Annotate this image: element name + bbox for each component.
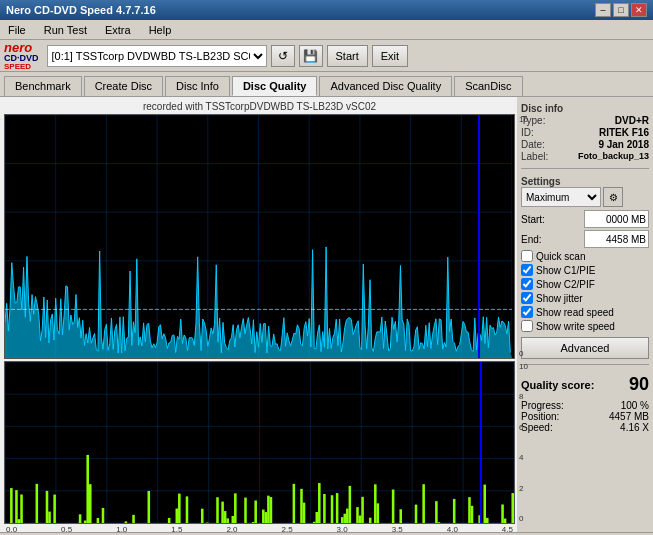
disc-info-label: Disc info bbox=[521, 103, 649, 114]
menu-file[interactable]: File bbox=[4, 23, 30, 37]
x-axis-labels: 0.00.51.01.52.02.53.03.54.04.5 bbox=[4, 525, 515, 534]
menu-help[interactable]: Help bbox=[145, 23, 176, 37]
progress-section: Progress: 100 % Position: 4457 MB Speed:… bbox=[521, 400, 649, 433]
date-value: 9 Jan 2018 bbox=[598, 139, 649, 150]
tab-disc-info[interactable]: Disc Info bbox=[165, 76, 230, 96]
tab-advanced-disc-quality[interactable]: Advanced Disc Quality bbox=[319, 76, 452, 96]
tab-scandisc[interactable]: ScanDisc bbox=[454, 76, 522, 96]
exit-button[interactable]: Exit bbox=[372, 45, 408, 67]
menu-extra[interactable]: Extra bbox=[101, 23, 135, 37]
quality-score-label: Quality score: bbox=[521, 379, 594, 391]
save-button[interactable]: 💾 bbox=[299, 45, 323, 67]
main-content: recorded with TSSTcorpDVDWBD TS-LB23D vS… bbox=[0, 97, 653, 532]
advanced-button[interactable]: Advanced bbox=[521, 337, 649, 359]
quick-scan-label: Quick scan bbox=[536, 251, 585, 262]
tab-disc-quality[interactable]: Disc Quality bbox=[232, 76, 318, 96]
bottom-chart: 1086420 1086420 bbox=[4, 361, 515, 524]
position-row: Position: 4457 MB bbox=[521, 411, 649, 422]
show-c1-label: Show C1/PIE bbox=[536, 265, 595, 276]
show-read-speed-row: Show read speed bbox=[521, 306, 649, 318]
type-value: DVD+R bbox=[615, 115, 649, 126]
minimize-button[interactable]: – bbox=[595, 3, 611, 17]
toolbar: nero CD·DVD SPEED [0:1] TSSTcorp DVDWBD … bbox=[0, 40, 653, 72]
chart-title: recorded with TSSTcorpDVDWBD TS-LB23D vS… bbox=[4, 101, 515, 112]
refresh-button[interactable]: ↺ bbox=[271, 45, 295, 67]
menu-runtest[interactable]: Run Test bbox=[40, 23, 91, 37]
settings-label: Settings bbox=[521, 176, 649, 187]
disc-info-section: Disc info Type: DVD+R ID: RITEK F16 Date… bbox=[521, 101, 649, 163]
show-write-speed-label: Show write speed bbox=[536, 321, 615, 332]
position-value: 4457 MB bbox=[609, 411, 649, 422]
drive-select[interactable]: [0:1] TSSTcorp DVDWBD TS-LB23D SC02 bbox=[47, 45, 267, 67]
window-controls: – □ ✕ bbox=[595, 3, 647, 17]
titlebar: Nero CD-DVD Speed 4.7.7.16 – □ ✕ bbox=[0, 0, 653, 20]
show-jitter-row: Show jitter bbox=[521, 292, 649, 304]
show-read-speed-label: Show read speed bbox=[536, 307, 614, 318]
close-button[interactable]: ✕ bbox=[631, 3, 647, 17]
id-value: RITEK F16 bbox=[599, 127, 649, 138]
disc-id-row: ID: RITEK F16 bbox=[521, 127, 649, 138]
tab-benchmark[interactable]: Benchmark bbox=[4, 76, 82, 96]
quality-dropdown[interactable]: Maximum High Medium bbox=[521, 187, 601, 207]
start-row: Start: bbox=[521, 210, 649, 228]
settings-icon-button[interactable]: ⚙ bbox=[603, 187, 623, 207]
disc-label-row: Label: Foto_backup_13 bbox=[521, 151, 649, 162]
show-c2-label: Show C2/PIF bbox=[536, 279, 595, 290]
menubar: File Run Test Extra Help bbox=[0, 20, 653, 40]
progress-value: 100 % bbox=[621, 400, 649, 411]
top-chart: 100806040200 160 bbox=[4, 114, 515, 359]
show-c1-row: Show C1/PIE bbox=[521, 264, 649, 276]
disc-type-row: Type: DVD+R bbox=[521, 115, 649, 126]
maximize-button[interactable]: □ bbox=[613, 3, 629, 17]
show-c2-row: Show C2/PIF bbox=[521, 278, 649, 290]
label-value: Foto_backup_13 bbox=[578, 151, 649, 162]
speed-row: Speed: 4.16 X bbox=[521, 422, 649, 433]
show-jitter-label: Show jitter bbox=[536, 293, 583, 304]
settings-section: Settings Maximum High Medium ⚙ Start: En… bbox=[521, 174, 649, 359]
app-title: Nero CD-DVD Speed 4.7.7.16 bbox=[6, 4, 156, 16]
end-input[interactable] bbox=[584, 230, 649, 248]
progress-row: Progress: 100 % bbox=[521, 400, 649, 411]
disc-date-row: Date: 9 Jan 2018 bbox=[521, 139, 649, 150]
tab-bar: Benchmark Create Disc Disc Info Disc Qua… bbox=[0, 72, 653, 97]
logo-speed: SPEED bbox=[4, 63, 39, 71]
right-panel: Disc info Type: DVD+R ID: RITEK F16 Date… bbox=[517, 97, 653, 532]
quick-scan-row: Quick scan bbox=[521, 250, 649, 262]
start-input[interactable] bbox=[584, 210, 649, 228]
end-row: End: bbox=[521, 230, 649, 248]
start-button[interactable]: Start bbox=[327, 45, 368, 67]
quality-dropdown-row: Maximum High Medium ⚙ bbox=[521, 187, 649, 207]
quality-score-value: 90 bbox=[629, 374, 649, 395]
nero-logo: nero CD·DVD SPEED bbox=[4, 41, 39, 71]
tab-create-disc[interactable]: Create Disc bbox=[84, 76, 163, 96]
logo-nero: nero bbox=[4, 41, 39, 54]
show-write-speed-row: Show write speed bbox=[521, 320, 649, 332]
speed-value: 4.16 X bbox=[620, 422, 649, 433]
quality-score-row: Quality score: 90 bbox=[521, 374, 649, 395]
